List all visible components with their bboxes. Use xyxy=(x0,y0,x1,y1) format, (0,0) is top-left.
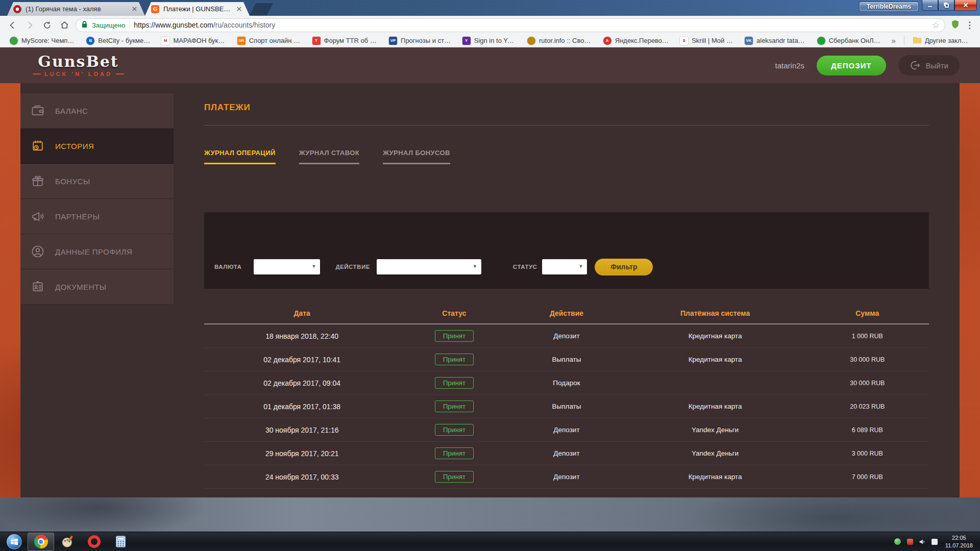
bookmarks-overflow-icon[interactable]: » xyxy=(887,36,899,45)
sidebar-item-profile[interactable]: ДАННЫЕ ПРОФИЛЯ xyxy=(20,234,174,269)
back-icon[interactable] xyxy=(6,19,18,31)
status-select[interactable]: ▼ xyxy=(542,259,587,274)
gift-icon xyxy=(31,174,45,188)
status-label: СТАТУС xyxy=(513,264,537,270)
column-header-status: Статус xyxy=(400,309,508,317)
tab-operations-journal[interactable]: ЖУРНАЛ ОПЕРАЦИЙ xyxy=(204,149,276,164)
bookmark-item[interactable]: Y Sign in to Yahoo xyxy=(458,36,522,46)
minimize-button[interactable] xyxy=(922,0,938,11)
tray-green-icon[interactable] xyxy=(894,538,901,545)
row-action: Депозит xyxy=(508,332,624,340)
tab-bets-journal[interactable]: ЖУРНАЛ СТАВОК xyxy=(299,149,359,164)
bookmark-item[interactable]: VK aleksandr tatarinov xyxy=(740,36,812,46)
table-row: 01 декабря 2017, 01:38 Принят Выплаты Кр… xyxy=(204,395,929,418)
tray-red-icon[interactable] xyxy=(906,538,914,545)
taskbar-paint-button[interactable] xyxy=(54,533,81,551)
bookmark-item[interactable]: A Яндекс.Переводчик xyxy=(599,36,674,46)
profile-icon xyxy=(31,244,45,259)
chevron-down-icon: ▼ xyxy=(473,264,477,269)
desktop-wallpaper xyxy=(0,497,980,532)
taskbar-chrome-button[interactable] xyxy=(28,533,54,551)
bookmark-item[interactable]: MyScore: Чемпиона xyxy=(5,36,81,46)
sidebar-item-balance[interactable]: БАЛАНС xyxy=(20,93,174,129)
bookmark-item[interactable]: S Skrill | Мой счет xyxy=(675,36,739,46)
row-payment-system: Кредитная карта xyxy=(625,473,806,481)
browser-tab-gunsbet[interactable]: G Платежи | GUNSBET.com xyxy=(145,2,250,16)
forum-favicon-icon xyxy=(13,5,21,13)
adblock-shield-icon[interactable] xyxy=(950,19,960,31)
new-tab-button[interactable] xyxy=(250,3,274,15)
url-domain: https://www.gunsbet.com xyxy=(134,21,213,29)
table-row: 02 декабря 2017, 09:04 Принят Подарок 30… xyxy=(204,371,929,395)
bookmark-favicon-icon: VK xyxy=(745,37,753,45)
id-card-icon xyxy=(31,280,45,294)
status-badge: Принят xyxy=(435,330,474,342)
chevron-down-icon: ▼ xyxy=(312,264,316,269)
tab-close-icon[interactable] xyxy=(131,6,138,13)
opera-icon xyxy=(88,535,101,548)
bookmark-label: Прогнозы и ставки xyxy=(401,37,452,44)
bookmark-item[interactable]: VP Прогнозы и ставки xyxy=(384,36,457,46)
close-button[interactable] xyxy=(954,0,977,11)
gunsbet-favicon-icon: G xyxy=(151,5,159,13)
restore-button[interactable] xyxy=(938,0,954,11)
gunsbet-page: GunsBet LUCK 'N' LOAD tatarin2s ДЕПОЗИТ … xyxy=(0,47,980,497)
filter-button[interactable]: Фильтр xyxy=(595,259,653,276)
forward-icon[interactable] xyxy=(23,19,36,31)
currency-select[interactable]: ▼ xyxy=(254,259,320,274)
logout-icon xyxy=(910,60,921,71)
wallet-icon xyxy=(31,104,45,118)
bookmark-item[interactable]: Сбербанк ОнЛ@йн xyxy=(813,36,887,46)
bookmark-item[interactable]: M МАРАФОН букмеке xyxy=(157,36,231,46)
bookmark-label: BetCity - букмекерс xyxy=(98,37,151,44)
url-text: https://www.gunsbet.com/ru/accounts/hist… xyxy=(134,21,275,29)
logout-button[interactable]: Выйти xyxy=(898,55,960,76)
bookmark-label: Яндекс.Переводчик xyxy=(615,37,670,44)
table-row: 29 ноября 2017, 20:21 Принят Депозит Yan… xyxy=(204,442,929,465)
row-date: 01 декабря 2017, 01:38 xyxy=(204,403,400,411)
bookmark-favicon-icon xyxy=(10,37,18,45)
sidebar-item-partners[interactable]: ПАРТНЁРЫ xyxy=(20,199,174,234)
window-controls: TerribleDreams xyxy=(859,0,980,16)
sidebar-item-history[interactable]: ИСТОРИЯ xyxy=(20,129,174,164)
remote-window-title[interactable]: TerribleDreams xyxy=(859,2,919,12)
bookmark-star-icon[interactable]: ☆ xyxy=(932,21,940,30)
bookmark-item[interactable]: T Форум TTR об онла xyxy=(308,36,383,46)
bookmark-item[interactable]: rutor.info :: Свободн xyxy=(523,36,598,46)
sidebar: БАЛАНС ИСТОРИЯ БОНУСЫ ПАРТНЁРЫ ДАННЫЕ ПР… xyxy=(20,83,174,305)
clock-time: 22:05 xyxy=(945,534,973,542)
sidebar-item-bonuses[interactable]: БОНУСЫ xyxy=(20,164,174,199)
start-button[interactable] xyxy=(1,533,28,551)
sidebar-item-documents[interactable]: ДОКУМЕНТЫ xyxy=(20,269,174,305)
tab-bonuses-journal[interactable]: ЖУРНАЛ БОНУСОВ xyxy=(383,149,450,164)
volume-icon[interactable] xyxy=(919,538,926,545)
taskbar-clock[interactable]: 22:05 11.07.2018 xyxy=(943,534,973,549)
deposit-button[interactable]: ДЕПОЗИТ xyxy=(817,56,886,76)
browser-tab-forum[interactable]: (1) Горячая тема - халяв xyxy=(7,2,145,16)
taskbar-opera-button[interactable] xyxy=(81,533,107,551)
column-header-system: Платёжная система xyxy=(625,309,806,317)
tab-close-icon[interactable] xyxy=(235,6,242,13)
tab-title: (1) Горячая тема - халяв xyxy=(26,5,127,13)
tray-white-icon[interactable] xyxy=(931,538,938,545)
reload-icon[interactable] xyxy=(41,19,53,31)
url-bar[interactable]: Защищено https://www.gunsbet.com/ru/acco… xyxy=(76,18,945,32)
bookmark-item[interactable]: B BetCity - букмекерс xyxy=(82,36,156,46)
row-action: Подарок xyxy=(508,379,624,387)
row-date: 24 ноября 2017, 00:33 xyxy=(204,473,400,481)
action-select[interactable]: ▼ xyxy=(377,259,481,274)
gunsbet-logo[interactable]: GunsBet LUCK 'N' LOAD xyxy=(33,54,124,77)
tab-title: Платежи | GUNSBET.com xyxy=(163,5,231,13)
other-bookmarks-button[interactable]: Другие закладки xyxy=(909,35,975,46)
browser-toolbar: Защищено https://www.gunsbet.com/ru/acco… xyxy=(0,16,980,34)
username[interactable]: tatarin2s xyxy=(775,61,805,70)
main-content: ПЛАТЕЖИ ЖУРНАЛ ОПЕРАЦИЙ ЖУРНАЛ СТАВОК ЖУ… xyxy=(174,83,960,497)
taskbar-calculator-button[interactable] xyxy=(107,533,134,551)
browser-menu-icon[interactable]: ⋮ xyxy=(965,20,974,31)
bookmark-item[interactable]: SR Спорт онлайн - рез xyxy=(233,36,307,46)
home-icon[interactable] xyxy=(58,19,70,31)
action-label: ДЕЙСТВИЕ xyxy=(335,264,370,270)
row-action: Выплаты xyxy=(508,356,624,363)
row-amount: 20 023 RUB xyxy=(806,403,929,410)
table-header: Дата Статус Действие Платёжная система С… xyxy=(204,303,929,323)
